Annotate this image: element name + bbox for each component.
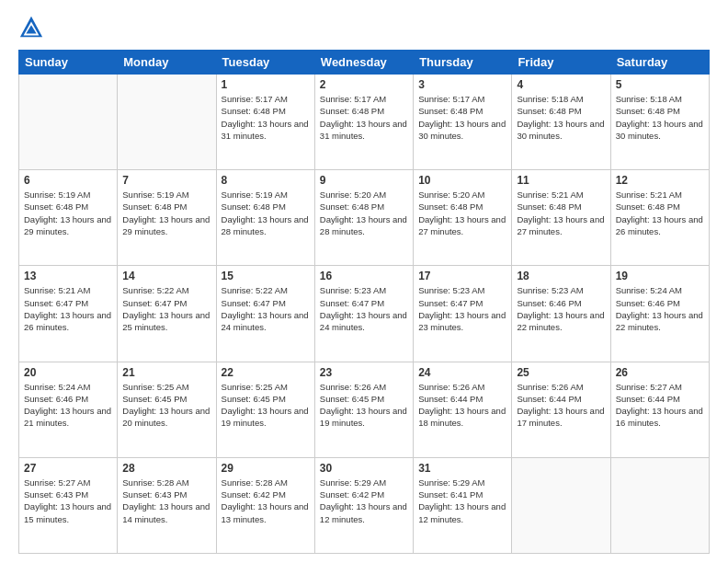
calendar-cell: 13Sunrise: 5:21 AM Sunset: 6:47 PM Dayli… bbox=[19, 266, 118, 362]
calendar-cell: 8Sunrise: 5:19 AM Sunset: 6:48 PM Daylig… bbox=[216, 170, 314, 266]
calendar-cell: 14Sunrise: 5:22 AM Sunset: 6:47 PM Dayli… bbox=[118, 266, 216, 362]
calendar-cell: 12Sunrise: 5:21 AM Sunset: 6:48 PM Dayli… bbox=[610, 170, 709, 266]
calendar-cell: 21Sunrise: 5:25 AM Sunset: 6:45 PM Dayli… bbox=[118, 362, 216, 457]
calendar-table: SundayMondayTuesdayWednesdayThursdayFrid… bbox=[18, 50, 710, 554]
day-info: Sunrise: 5:21 AM Sunset: 6:48 PM Dayligh… bbox=[616, 189, 704, 237]
day-number: 11 bbox=[517, 174, 605, 187]
day-number: 5 bbox=[616, 78, 704, 91]
week-row-4: 20Sunrise: 5:24 AM Sunset: 6:46 PM Dayli… bbox=[19, 362, 710, 457]
day-number: 1 bbox=[222, 78, 310, 91]
day-number: 15 bbox=[222, 270, 310, 282]
calendar-cell: 15Sunrise: 5:22 AM Sunset: 6:47 PM Dayli… bbox=[216, 266, 314, 362]
day-number: 17 bbox=[418, 270, 506, 282]
calendar-cell bbox=[118, 75, 216, 170]
day-info: Sunrise: 5:19 AM Sunset: 6:48 PM Dayligh… bbox=[122, 189, 210, 237]
calendar-cell: 22Sunrise: 5:25 AM Sunset: 6:45 PM Dayli… bbox=[216, 362, 314, 457]
calendar-cell: 18Sunrise: 5:23 AM Sunset: 6:46 PM Dayli… bbox=[512, 266, 610, 362]
day-number: 25 bbox=[517, 366, 605, 379]
calendar-cell: 7Sunrise: 5:19 AM Sunset: 6:48 PM Daylig… bbox=[118, 170, 216, 266]
calendar-cell: 11Sunrise: 5:21 AM Sunset: 6:48 PM Dayli… bbox=[512, 170, 610, 266]
day-info: Sunrise: 5:28 AM Sunset: 6:43 PM Dayligh… bbox=[122, 477, 210, 525]
calendar-cell: 2Sunrise: 5:17 AM Sunset: 6:48 PM Daylig… bbox=[314, 75, 413, 170]
calendar-cell: 29Sunrise: 5:28 AM Sunset: 6:42 PM Dayli… bbox=[216, 457, 314, 553]
day-info: Sunrise: 5:23 AM Sunset: 6:47 PM Dayligh… bbox=[320, 284, 408, 333]
day-info: Sunrise: 5:26 AM Sunset: 6:45 PM Dayligh… bbox=[320, 381, 408, 430]
calendar-cell: 3Sunrise: 5:17 AM Sunset: 6:48 PM Daylig… bbox=[414, 75, 512, 170]
calendar-cell: 5Sunrise: 5:18 AM Sunset: 6:48 PM Daylig… bbox=[610, 75, 709, 170]
day-number: 29 bbox=[222, 462, 310, 475]
weekday-header-saturday: Saturday bbox=[610, 51, 709, 75]
day-number: 16 bbox=[320, 270, 408, 282]
day-info: Sunrise: 5:21 AM Sunset: 6:48 PM Dayligh… bbox=[517, 189, 605, 237]
day-number: 31 bbox=[418, 462, 506, 475]
day-info: Sunrise: 5:17 AM Sunset: 6:48 PM Dayligh… bbox=[320, 93, 408, 142]
day-info: Sunrise: 5:20 AM Sunset: 6:48 PM Dayligh… bbox=[320, 189, 408, 237]
calendar-cell: 28Sunrise: 5:28 AM Sunset: 6:43 PM Dayli… bbox=[118, 457, 216, 553]
logo bbox=[18, 15, 48, 40]
day-info: Sunrise: 5:18 AM Sunset: 6:48 PM Dayligh… bbox=[517, 93, 605, 142]
calendar-cell: 4Sunrise: 5:18 AM Sunset: 6:48 PM Daylig… bbox=[512, 75, 610, 170]
header bbox=[18, 15, 710, 40]
logo-icon bbox=[18, 15, 44, 40]
day-number: 6 bbox=[24, 174, 112, 187]
day-number: 21 bbox=[122, 366, 210, 379]
calendar-cell: 6Sunrise: 5:19 AM Sunset: 6:48 PM Daylig… bbox=[19, 170, 118, 266]
week-row-2: 6Sunrise: 5:19 AM Sunset: 6:48 PM Daylig… bbox=[19, 170, 710, 266]
day-info: Sunrise: 5:29 AM Sunset: 6:41 PM Dayligh… bbox=[418, 477, 506, 525]
calendar-cell bbox=[19, 75, 118, 170]
calendar-cell: 24Sunrise: 5:26 AM Sunset: 6:44 PM Dayli… bbox=[414, 362, 512, 457]
day-info: Sunrise: 5:17 AM Sunset: 6:48 PM Dayligh… bbox=[418, 93, 506, 142]
week-row-1: 1Sunrise: 5:17 AM Sunset: 6:48 PM Daylig… bbox=[19, 75, 710, 170]
day-info: Sunrise: 5:26 AM Sunset: 6:44 PM Dayligh… bbox=[517, 381, 605, 430]
week-row-3: 13Sunrise: 5:21 AM Sunset: 6:47 PM Dayli… bbox=[19, 266, 710, 362]
day-info: Sunrise: 5:29 AM Sunset: 6:42 PM Dayligh… bbox=[320, 477, 408, 525]
day-number: 7 bbox=[122, 174, 210, 187]
day-info: Sunrise: 5:23 AM Sunset: 6:46 PM Dayligh… bbox=[517, 284, 605, 333]
day-info: Sunrise: 5:23 AM Sunset: 6:47 PM Dayligh… bbox=[418, 284, 506, 333]
calendar-cell: 1Sunrise: 5:17 AM Sunset: 6:48 PM Daylig… bbox=[216, 75, 314, 170]
day-number: 4 bbox=[517, 78, 605, 91]
day-info: Sunrise: 5:22 AM Sunset: 6:47 PM Dayligh… bbox=[222, 284, 310, 333]
calendar-cell: 30Sunrise: 5:29 AM Sunset: 6:42 PM Dayli… bbox=[314, 457, 413, 553]
calendar-cell: 19Sunrise: 5:24 AM Sunset: 6:46 PM Dayli… bbox=[610, 266, 709, 362]
week-row-5: 27Sunrise: 5:27 AM Sunset: 6:43 PM Dayli… bbox=[19, 457, 710, 553]
day-number: 3 bbox=[418, 78, 506, 91]
calendar-cell: 17Sunrise: 5:23 AM Sunset: 6:47 PM Dayli… bbox=[414, 266, 512, 362]
day-number: 30 bbox=[320, 462, 408, 475]
day-info: Sunrise: 5:27 AM Sunset: 6:44 PM Dayligh… bbox=[616, 381, 704, 430]
day-number: 19 bbox=[616, 270, 704, 282]
weekday-header-sunday: Sunday bbox=[19, 51, 118, 75]
day-number: 20 bbox=[24, 366, 112, 379]
day-number: 27 bbox=[24, 462, 112, 475]
page: SundayMondayTuesdayWednesdayThursdayFrid… bbox=[0, 0, 728, 563]
day-info: Sunrise: 5:28 AM Sunset: 6:42 PM Dayligh… bbox=[222, 477, 310, 525]
day-info: Sunrise: 5:25 AM Sunset: 6:45 PM Dayligh… bbox=[122, 381, 210, 430]
day-number: 14 bbox=[122, 270, 210, 282]
day-number: 12 bbox=[616, 174, 704, 187]
day-info: Sunrise: 5:25 AM Sunset: 6:45 PM Dayligh… bbox=[222, 381, 310, 430]
day-info: Sunrise: 5:18 AM Sunset: 6:48 PM Dayligh… bbox=[616, 93, 704, 142]
day-info: Sunrise: 5:24 AM Sunset: 6:46 PM Dayligh… bbox=[24, 381, 112, 430]
day-info: Sunrise: 5:24 AM Sunset: 6:46 PM Dayligh… bbox=[616, 284, 704, 333]
day-info: Sunrise: 5:19 AM Sunset: 6:48 PM Dayligh… bbox=[222, 189, 310, 237]
day-number: 9 bbox=[320, 174, 408, 187]
weekday-header-tuesday: Tuesday bbox=[216, 51, 314, 75]
day-info: Sunrise: 5:22 AM Sunset: 6:47 PM Dayligh… bbox=[122, 284, 210, 333]
calendar-cell: 20Sunrise: 5:24 AM Sunset: 6:46 PM Dayli… bbox=[19, 362, 118, 457]
calendar-cell: 26Sunrise: 5:27 AM Sunset: 6:44 PM Dayli… bbox=[610, 362, 709, 457]
calendar-cell: 25Sunrise: 5:26 AM Sunset: 6:44 PM Dayli… bbox=[512, 362, 610, 457]
day-info: Sunrise: 5:26 AM Sunset: 6:44 PM Dayligh… bbox=[418, 381, 506, 430]
day-info: Sunrise: 5:27 AM Sunset: 6:43 PM Dayligh… bbox=[24, 477, 112, 525]
weekday-header-monday: Monday bbox=[118, 51, 216, 75]
day-info: Sunrise: 5:20 AM Sunset: 6:48 PM Dayligh… bbox=[418, 189, 506, 237]
day-number: 8 bbox=[222, 174, 310, 187]
day-info: Sunrise: 5:21 AM Sunset: 6:47 PM Dayligh… bbox=[24, 284, 112, 333]
weekday-header-row: SundayMondayTuesdayWednesdayThursdayFrid… bbox=[19, 51, 710, 75]
calendar-cell: 31Sunrise: 5:29 AM Sunset: 6:41 PM Dayli… bbox=[414, 457, 512, 553]
calendar-cell: 23Sunrise: 5:26 AM Sunset: 6:45 PM Dayli… bbox=[314, 362, 413, 457]
day-info: Sunrise: 5:17 AM Sunset: 6:48 PM Dayligh… bbox=[222, 93, 310, 142]
calendar-cell: 16Sunrise: 5:23 AM Sunset: 6:47 PM Dayli… bbox=[314, 266, 413, 362]
day-number: 24 bbox=[418, 366, 506, 379]
day-number: 13 bbox=[24, 270, 112, 282]
calendar-cell bbox=[512, 457, 610, 553]
